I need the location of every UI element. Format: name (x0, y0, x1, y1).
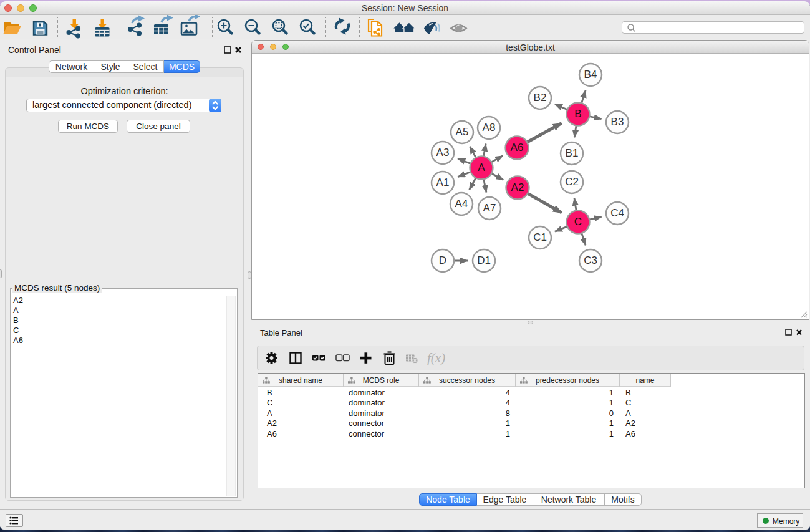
svg-text:A7: A7 (483, 202, 496, 214)
svg-text:B: B (574, 108, 581, 120)
svg-text:B2: B2 (534, 92, 547, 104)
svg-text:A4: A4 (455, 198, 468, 210)
svg-text:C: C (574, 216, 582, 228)
svg-text:C3: C3 (584, 254, 597, 266)
svg-text:A5: A5 (456, 126, 469, 138)
svg-text:B1: B1 (566, 147, 579, 159)
svg-text:A6: A6 (511, 142, 524, 153)
svg-text:D1: D1 (477, 254, 491, 266)
svg-text:D: D (439, 254, 446, 266)
svg-text:C2: C2 (565, 176, 579, 188)
svg-text:A3: A3 (436, 147, 450, 158)
svg-text:A2: A2 (511, 181, 524, 193)
svg-text:B3: B3 (611, 116, 624, 128)
svg-text:B4: B4 (584, 69, 597, 80)
svg-text:A8: A8 (483, 122, 496, 133)
svg-text:A1: A1 (436, 177, 450, 188)
svg-text:A: A (478, 162, 485, 173)
svg-text:C1: C1 (533, 231, 547, 243)
svg-text:C4: C4 (610, 207, 624, 219)
svg-text:f(x): f(x) (427, 351, 445, 365)
